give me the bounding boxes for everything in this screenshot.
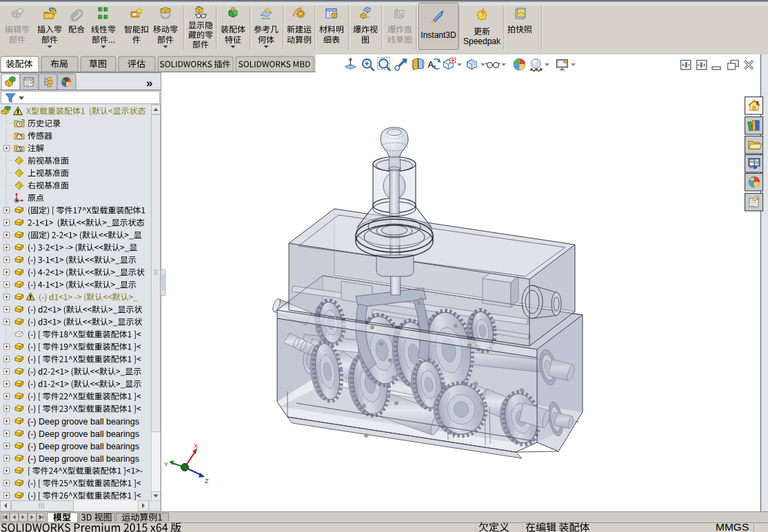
svg-text:A: A: [427, 60, 434, 70]
svg-text:Z: Z: [205, 478, 209, 484]
svg-text:Y: Y: [164, 461, 168, 468]
svg-text:(-) Deep groove ball bearings: (-) Deep groove ball bearings: [28, 417, 139, 427]
svg-text:X: X: [194, 442, 198, 449]
svg-text:(-) Deep groove ball bearings: (-) Deep groove ball bearings: [28, 429, 139, 439]
svg-text:MMGS: MMGS: [716, 521, 749, 532]
svg-text:A: A: [18, 146, 22, 152]
svg-text:»: »: [146, 76, 152, 90]
svg-text:(-) Deep groove ball bearings: (-) Deep groove ball bearings: [28, 454, 139, 464]
svg-text:(-) Deep groove ball bearings: (-) Deep groove ball bearings: [28, 442, 139, 451]
svg-text:Instant3D: Instant3D: [421, 30, 456, 40]
svg-text:Speedpak: Speedpak: [463, 37, 501, 46]
